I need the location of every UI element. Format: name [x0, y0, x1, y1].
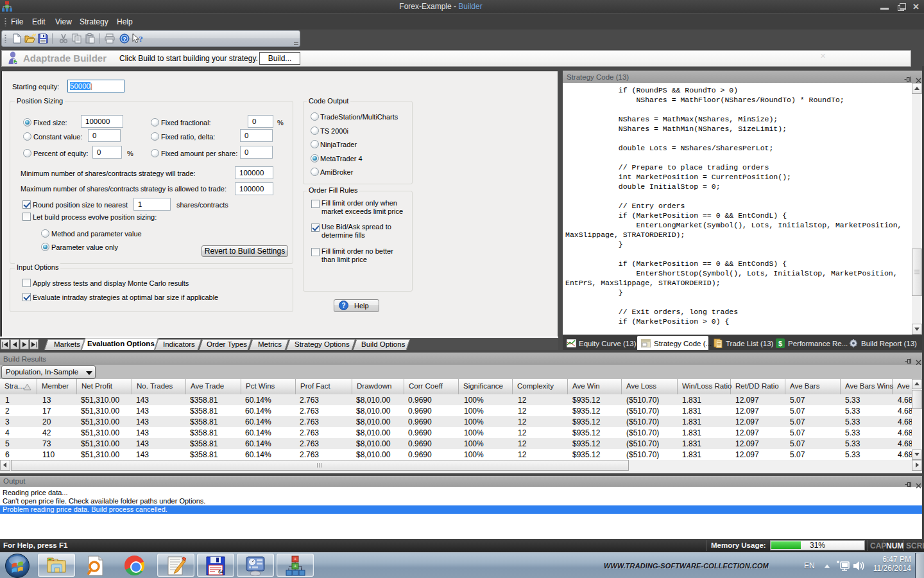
svg-text:$: $ — [778, 340, 782, 347]
svg-text:64: 64 — [218, 570, 223, 575]
svg-text:?: ? — [139, 34, 143, 44]
svg-text:+: + — [294, 563, 297, 569]
svg-text:?: ? — [341, 302, 345, 309]
svg-text:+: + — [294, 556, 297, 562]
svg-text:?: ? — [123, 36, 126, 42]
